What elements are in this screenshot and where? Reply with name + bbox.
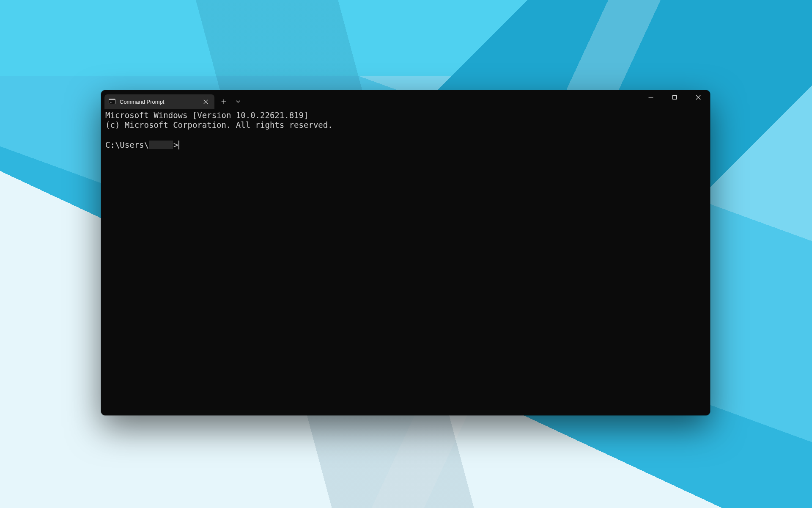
terminal-prompt: C:\Users\> — [105, 140, 179, 150]
tab-dropdown-button[interactable] — [231, 95, 245, 108]
minimize-icon — [648, 95, 653, 100]
new-tab-button[interactable] — [217, 95, 230, 108]
close-window-button[interactable] — [686, 90, 710, 105]
titlebar[interactable]: >_ Command Prompt — [101, 90, 710, 109]
tab-title: Command Prompt — [120, 99, 197, 105]
chevron-down-icon — [236, 99, 241, 104]
command-prompt-icon: >_ — [109, 98, 115, 105]
maximize-button[interactable] — [663, 90, 686, 105]
terminal-output[interactable]: Microsoft Windows [Version 10.0.22621.81… — [101, 109, 710, 415]
tab-close-button[interactable] — [201, 97, 210, 106]
terminal-window: >_ Command Prompt — [101, 90, 710, 415]
maximize-icon — [672, 95, 677, 100]
svg-rect-1 — [109, 99, 115, 100]
close-icon — [696, 95, 701, 100]
terminal-line-2: (c) Microsoft Corporation. All rights re… — [105, 120, 333, 130]
close-icon — [203, 99, 208, 104]
redacted-username — [149, 141, 173, 149]
svg-rect-3 — [673, 96, 677, 99]
text-cursor — [178, 141, 179, 149]
plus-icon — [221, 99, 226, 104]
svg-rect-0 — [109, 99, 115, 104]
prompt-suffix: > — [173, 140, 178, 150]
tab-command-prompt[interactable]: >_ Command Prompt — [104, 94, 214, 109]
window-controls — [639, 90, 710, 105]
terminal-line-1: Microsoft Windows [Version 10.0.22621.81… — [105, 110, 308, 120]
minimize-button[interactable] — [639, 90, 663, 105]
svg-text:>_: >_ — [110, 101, 113, 104]
tab-strip-controls — [217, 94, 245, 109]
prompt-prefix: C:\Users\ — [105, 140, 149, 150]
